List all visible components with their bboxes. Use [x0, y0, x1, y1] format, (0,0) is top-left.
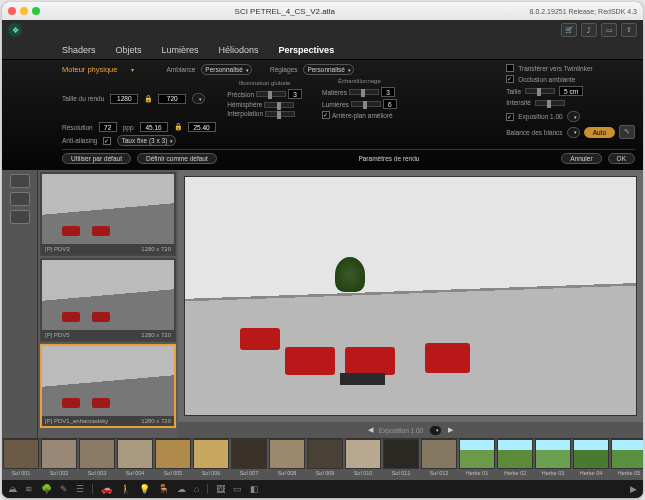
ok-button[interactable]: OK [608, 153, 635, 164]
height-input[interactable] [158, 94, 186, 104]
material-swatch[interactable]: Herbe 03 [534, 439, 572, 480]
reglages-select[interactable]: Personnalisé [303, 64, 354, 75]
size-unit-select[interactable] [192, 93, 205, 104]
engine-label[interactable]: Moteur physique [62, 65, 125, 74]
app-logo-icon[interactable]: ❖ [8, 23, 22, 37]
exposure-select[interactable] [567, 111, 580, 122]
tree-icon[interactable]: 🌳 [41, 484, 52, 494]
brush-icon[interactable]: ✎ [60, 484, 68, 494]
exposure-checkbox[interactable] [506, 113, 514, 121]
prev-icon[interactable]: ◀ [368, 426, 373, 434]
play-icon[interactable]: ▶ [630, 484, 637, 494]
lumieres-slider[interactable] [351, 101, 381, 107]
aa-select[interactable]: Taux fixe (3 x 3) [117, 135, 176, 146]
person-icon[interactable]: 🚶 [120, 484, 131, 494]
minimize-icon[interactable] [20, 7, 28, 15]
view-grid-icon[interactable] [10, 192, 30, 206]
material-swatch[interactable]: Sol 003 [78, 439, 116, 480]
left-rail [2, 170, 38, 438]
tab-lumieres[interactable]: Lumières [162, 45, 199, 55]
width-input[interactable] [110, 94, 138, 104]
house-icon[interactable]: ⌂ [194, 484, 199, 494]
material-swatch[interactable]: Sol 006 [192, 439, 230, 480]
resolution-input[interactable] [99, 122, 117, 132]
set-default-button[interactable]: Définir comme défaut [137, 153, 217, 164]
material-swatch[interactable]: Sol 010 [344, 439, 382, 480]
reglages-label: Réglages [270, 66, 297, 73]
dim-w-input[interactable] [140, 122, 168, 132]
exposure-dropdown[interactable] [429, 425, 442, 436]
precision-value[interactable] [288, 89, 302, 99]
export-icon[interactable]: ⇪ [621, 23, 637, 37]
lock-icon-2[interactable]: 🔒 [174, 123, 182, 131]
image-icon[interactable]: 🖼 [216, 484, 225, 494]
material-label: Sol 011 [392, 469, 411, 476]
use-default-button[interactable]: Utiliser par défaut [62, 153, 131, 164]
cart-icon[interactable]: 🛒 [561, 23, 577, 37]
material-swatch[interactable]: Sol 002 [40, 439, 78, 480]
thumbnail-item[interactable]: [P] PDV31280 x 720 [40, 172, 176, 256]
twinlinker-checkbox[interactable] [506, 64, 514, 72]
zoom-icon[interactable] [32, 7, 40, 15]
material-swatch[interactable]: Sol 008 [268, 439, 306, 480]
aa-label: Anti-aliasing [62, 137, 97, 144]
auto-button[interactable]: Auto [584, 127, 615, 138]
cancel-button[interactable]: Annuler [561, 153, 601, 164]
water-icon[interactable]: ≋ [25, 484, 33, 494]
tab-heliodons[interactable]: Héliodons [219, 45, 259, 55]
terrain-icon[interactable]: ⛰ [8, 484, 17, 494]
bg-checkbox[interactable] [322, 111, 330, 119]
camera-icon[interactable] [10, 210, 30, 224]
thumbnail-item[interactable]: [P] PDV51280 x 720 [40, 258, 176, 342]
intensity-slider[interactable] [535, 100, 565, 106]
lumieres-value[interactable] [383, 99, 397, 109]
material-swatch[interactable]: Sol 011 [382, 439, 420, 480]
car-icon[interactable]: 🚗 [101, 484, 112, 494]
furniture-icon[interactable]: 🪑 [158, 484, 169, 494]
material-swatch[interactable]: Herbe 02 [496, 439, 534, 480]
link-icon[interactable]: ⤴ [581, 23, 597, 37]
billboard-icon[interactable]: ◧ [250, 484, 259, 494]
occ-size-value[interactable] [559, 86, 583, 96]
material-swatch[interactable]: Sol 007 [230, 439, 268, 480]
material-swatch[interactable]: Sol 001 [2, 439, 40, 480]
render-preview[interactable] [184, 176, 637, 416]
interpolation-slider[interactable] [265, 111, 295, 117]
cloud-icon[interactable]: ☁ [177, 484, 186, 494]
close-icon[interactable] [8, 7, 16, 15]
material-swatch[interactable]: Herbe 04 [572, 439, 610, 480]
dim-h-input[interactable] [188, 122, 216, 132]
lamp-icon[interactable]: 💡 [139, 484, 150, 494]
material-swatch[interactable]: Sol 012 [420, 439, 458, 480]
layers-icon[interactable]: ▭ [601, 23, 617, 37]
material-swatch[interactable]: Herbe 01 [458, 439, 496, 480]
matieres-value[interactable] [381, 87, 395, 97]
tab-objets[interactable]: Objets [116, 45, 142, 55]
occ-size-slider[interactable] [525, 88, 555, 94]
thumbnail-item[interactable]: [P] PDV1_enhancedsky1280 x 720 [40, 344, 176, 428]
tab-perspectives[interactable]: Perspectives [279, 45, 335, 55]
material-swatch[interactable]: Sol 004 [116, 439, 154, 480]
view-list-icon[interactable] [10, 174, 30, 188]
occlusion-checkbox[interactable] [506, 75, 514, 83]
chevron-down-icon[interactable]: ▾ [131, 66, 134, 73]
layers-icon-2[interactable]: ☰ [76, 484, 84, 494]
precision-slider[interactable] [256, 91, 286, 97]
aa-checkbox[interactable] [103, 137, 111, 145]
tab-shaders[interactable]: Shaders [62, 45, 96, 55]
ambiance-select[interactable]: Personnalisé [201, 64, 252, 75]
lock-icon[interactable]: 🔒 [144, 95, 152, 103]
bg-label: Arrière-plan amélioré [332, 112, 393, 119]
matieres-slider[interactable] [349, 89, 379, 95]
next-icon[interactable]: ▶ [448, 426, 453, 434]
thumb-name: [P] PDV5 [45, 332, 70, 338]
eyedropper-icon[interactable]: ✎ [619, 125, 635, 139]
material-swatch[interactable]: Sol 005 [154, 439, 192, 480]
material-swatch[interactable]: Sol 009 [306, 439, 344, 480]
sampling-header: Échantillonnage [322, 78, 397, 84]
frame-icon[interactable]: ▭ [233, 484, 242, 494]
material-label: Sol 003 [88, 469, 107, 476]
hemisphere-slider[interactable] [264, 102, 294, 108]
wb-select[interactable] [567, 127, 580, 138]
material-swatch[interactable]: Herbe 05 [610, 439, 643, 480]
